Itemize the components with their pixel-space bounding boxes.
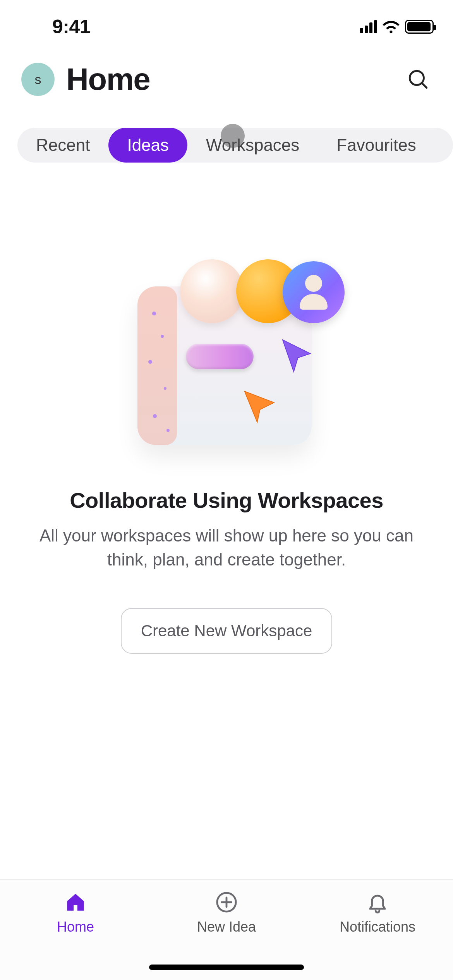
avatar-initial: s: [35, 72, 41, 87]
cursor-purple-icon: [278, 337, 313, 375]
tab-label: Favourites: [336, 135, 416, 155]
tab-home[interactable]: Home: [0, 880, 151, 980]
workspaces-illustration: [137, 259, 316, 445]
bell-icon: [366, 891, 389, 913]
home-indicator[interactable]: [149, 965, 304, 970]
cell-signal-icon: [360, 20, 377, 33]
tab-recent[interactable]: Recent: [17, 128, 108, 163]
empty-state: Collaborate Using Workspaces All your wo…: [0, 194, 453, 654]
page-title: Home: [66, 62, 150, 97]
plus-circle-icon: [215, 891, 238, 913]
battery-icon: [405, 20, 434, 34]
tab-workspaces[interactable]: Workspaces: [187, 128, 318, 163]
create-workspace-button[interactable]: Create New Workspace: [121, 608, 333, 654]
empty-state-title: Collaborate Using Workspaces: [70, 488, 383, 513]
tab-favourites[interactable]: Favourites: [318, 128, 434, 163]
avatar[interactable]: s: [21, 63, 55, 96]
tab-label: Home: [57, 919, 94, 935]
empty-state-subtitle: All your workspaces will show up here so…: [33, 524, 420, 571]
tab-label: Notifications: [340, 919, 415, 935]
tab-label: New Idea: [197, 919, 256, 935]
status-right: [360, 20, 434, 34]
header: s Home: [0, 54, 453, 105]
status-bar: 9:41: [0, 0, 453, 46]
wifi-icon: [382, 20, 400, 34]
cursor-orange-icon: [239, 387, 278, 426]
tab-ideas[interactable]: Ideas: [108, 128, 187, 163]
tab-label: Recent: [36, 135, 90, 155]
status-time: 9:41: [52, 15, 90, 38]
tab-label: Ideas: [127, 135, 169, 155]
search-icon: [407, 68, 429, 91]
home-icon: [64, 891, 87, 913]
touch-indicator: [221, 124, 245, 148]
search-button[interactable]: [405, 66, 432, 93]
cta-label: Create New Workspace: [141, 622, 312, 640]
tab-label: Workspaces: [206, 135, 299, 155]
tab-notifications[interactable]: Notifications: [302, 880, 453, 980]
svg-line-1: [422, 83, 427, 88]
